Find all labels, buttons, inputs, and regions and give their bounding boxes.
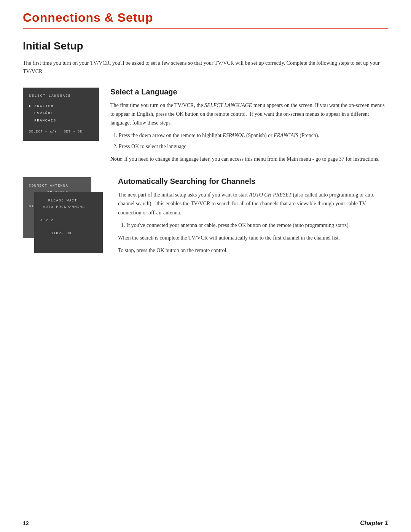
language-section: SELECT LANGUAGE ENGLISH ESPAÑOL FRANCAIS…	[23, 88, 388, 164]
channel-body3: To stop, press the OK button on the remo…	[118, 246, 388, 255]
screen-item-espanol: ESPAÑOL	[29, 110, 93, 117]
footer-chapter-label: Chapter 1	[360, 520, 388, 527]
language-heading: Select a Language	[110, 88, 388, 96]
channel-front-line1: PLEASE WAIT	[40, 198, 97, 204]
channel-steps: If you've connected your antenna or cabl…	[126, 221, 388, 230]
channel-section: CONNECT ANTENNA OR CABLE. START AUTO CH …	[23, 177, 388, 265]
language-note: Note: If you need to change the language…	[110, 155, 388, 163]
language-screen-wrapper: SELECT LANGUAGE ENGLISH ESPAÑOL FRANCAIS…	[23, 88, 99, 141]
screen-item-english: ENGLISH	[29, 103, 93, 109]
screen-item-francais: FRANCAIS	[29, 117, 93, 124]
language-step-2: Press OK to select the language.	[119, 142, 388, 151]
channel-back-line1: CONNECT ANTENNA	[29, 182, 85, 189]
language-screen: SELECT LANGUAGE ENGLISH ESPAÑOL FRANCAIS…	[23, 88, 99, 141]
language-body: The first time you turn on the TV/VCR, t…	[110, 101, 388, 127]
channel-front-line2: AUTO PROGRAMMING	[40, 204, 97, 211]
channel-front-line5	[40, 224, 97, 230]
page-footer: 12 Chapter 1	[0, 514, 411, 532]
channel-front-line3	[40, 211, 97, 217]
channel-screen-front: PLEASE WAIT AUTO PROGRAMMING AIR 2 STOP→…	[34, 192, 103, 253]
channel-screen-wrapper: CONNECT ANTENNA OR CABLE. START AUTO CH …	[23, 177, 107, 265]
channel-body1: The next part of the initial setup asks …	[118, 190, 388, 217]
footer-page-number: 12	[23, 520, 29, 526]
note-label: Note:	[110, 156, 123, 162]
channel-step-1: If you've connected your antenna or cabl…	[126, 221, 388, 230]
note-text: If you need to change the language later…	[124, 156, 379, 162]
language-section-text: Select a Language The first time you tur…	[110, 88, 388, 164]
section-title: Connections & Setup	[23, 11, 388, 29]
channel-body2: When the search is complete the TV/VCR w…	[118, 233, 388, 242]
channel-heading: Automatically Searching for Channels	[118, 177, 388, 186]
page-header: Connections & Setup	[0, 0, 411, 29]
main-content: Initial Setup The first time you turn on…	[0, 40, 411, 265]
screen-title-language: SELECT LANGUAGE	[29, 93, 93, 99]
language-step-1: Press the down arrow on the remote to hi…	[119, 131, 388, 140]
intro-paragraph: The first time you turn on your TV/VCR, …	[23, 59, 388, 76]
page-title: Initial Setup	[23, 40, 388, 52]
language-steps: Press the down arrow on the remote to hi…	[119, 131, 388, 151]
channel-section-text: Automatically Searching for Channels The…	[118, 177, 388, 259]
screen-footer-language: SELECT → ▲/▼ : SET → OK	[29, 129, 93, 135]
channel-front-line6: STOP→ OK	[40, 230, 97, 237]
channel-front-line4: AIR 2	[40, 217, 97, 224]
